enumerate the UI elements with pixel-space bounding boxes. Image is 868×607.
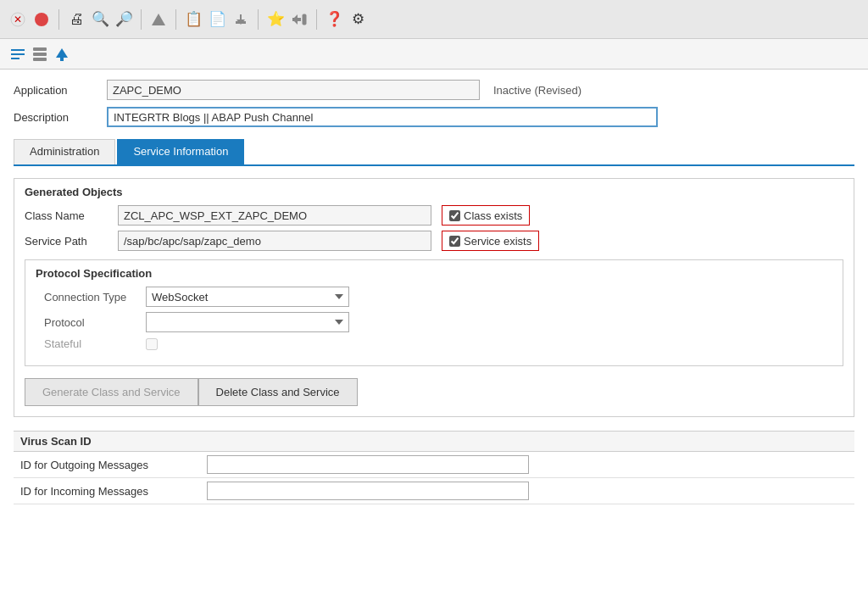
service-exists-checkbox[interactable] [449,236,460,247]
status-badge: Inactive (Revised) [493,84,581,97]
svg-marker-8 [292,14,298,25]
incoming-row: ID for Incoming Messages [14,478,854,504]
svg-rect-10 [11,49,25,51]
description-input[interactable] [107,107,658,127]
svg-rect-9 [303,14,306,25]
svg-rect-17 [60,58,64,61]
tabs-bar: Administration Service Information [14,139,854,166]
close-icon[interactable]: ✕ [8,10,27,29]
connection-type-label: Connection Type [44,291,146,304]
outgoing-input[interactable] [207,455,529,474]
protocol-label: Protocol [44,316,146,329]
connection-type-row: Connection Type WebSocket HTTP [36,287,832,307]
stateful-row: Stateful [36,337,832,350]
virus-scan-section: Virus Scan ID ID for Outgoing Messages I… [14,431,854,504]
generated-objects-section: Generated Objects Class Name Class exist… [14,178,854,417]
generate-button[interactable]: Generate Class and Service [25,378,198,406]
secondary-toolbar [0,39,868,70]
protocol-select[interactable] [146,312,349,332]
class-exists-label: Class exists [464,209,522,222]
connection-type-select[interactable]: WebSocket HTTP [146,287,349,307]
list-view-icon[interactable] [8,45,27,64]
protocol-spec-section: Protocol Specification Connection Type W… [25,259,843,366]
stateful-label: Stateful [44,337,146,350]
incoming-input[interactable] [207,482,529,500]
service-exists-label: Service exists [464,235,531,248]
download-icon[interactable] [231,10,250,29]
application-label: Application [14,84,107,97]
settings-icon[interactable]: ⚙ [348,10,367,29]
description-row: Description [14,107,854,127]
class-name-label: Class Name [25,209,118,222]
paste-icon[interactable]: 📄 [208,10,226,29]
svg-rect-6 [240,14,242,20]
application-input[interactable] [107,80,480,100]
stop-icon[interactable] [32,10,51,29]
help-icon[interactable]: ❓ [325,10,343,29]
class-exists-badge: Class exists [442,205,530,226]
bookmark-icon[interactable]: ⭐ [266,10,285,29]
outgoing-row: ID for Outgoing Messages [14,452,854,478]
toolbar-separator-2 [141,9,142,30]
service-path-row: Service Path Service exists [25,231,843,251]
find-icon[interactable]: 🔍 [91,10,109,29]
service-path-label: Service Path [25,235,118,248]
main-toolbar: ✕ 🖨 🔍 🔎 📋 📄 ⭐ ❓ ⚙ [0,0,868,39]
svg-rect-12 [11,58,19,59]
toolbar-separator-3 [175,9,176,30]
description-label: Description [14,111,107,124]
incoming-label: ID for Incoming Messages [20,485,207,498]
print-icon[interactable]: 🖨 [67,10,86,29]
svg-rect-11 [11,53,25,55]
delete-button[interactable]: Delete Class and Service [198,378,358,406]
class-name-input[interactable] [118,205,431,226]
toolbar-separator-5 [316,9,317,30]
toolbar-separator [58,9,59,30]
tab-administration[interactable]: Administration [14,139,115,164]
protocol-row: Protocol [36,312,832,332]
stateful-checkbox[interactable] [146,338,158,350]
move-up-icon[interactable] [53,45,71,64]
svg-rect-14 [33,53,47,56]
generated-objects-title: Generated Objects [25,186,843,198]
svg-rect-15 [33,58,47,61]
actions-row: Generate Class and Service Delete Class … [25,378,843,406]
copy-icon[interactable]: 📋 [184,10,203,29]
application-row: Application Inactive (Revised) [14,80,854,100]
class-exists-checkbox[interactable] [449,210,460,221]
service-path-input[interactable] [118,231,431,251]
protocol-spec-title: Protocol Specification [36,267,832,280]
main-content: Application Inactive (Revised) Descripti… [0,70,868,607]
svg-marker-16 [56,48,68,58]
find-next-icon[interactable]: 🔎 [114,10,133,29]
service-exists-badge: Service exists [442,231,539,251]
up-icon[interactable] [149,10,168,29]
toolbar-separator-4 [258,9,259,30]
class-name-row: Class Name Class exists [25,205,843,226]
back-icon[interactable] [290,10,309,29]
detail-view-icon[interactable] [31,45,49,64]
virus-scan-title: Virus Scan ID [14,431,854,452]
outgoing-label: ID for Outgoing Messages [20,459,207,471]
svg-text:✕: ✕ [14,14,22,25]
svg-point-2 [35,13,48,26]
tab-service-information[interactable]: Service Information [117,139,244,164]
svg-rect-13 [33,47,47,51]
svg-marker-3 [152,14,165,25]
